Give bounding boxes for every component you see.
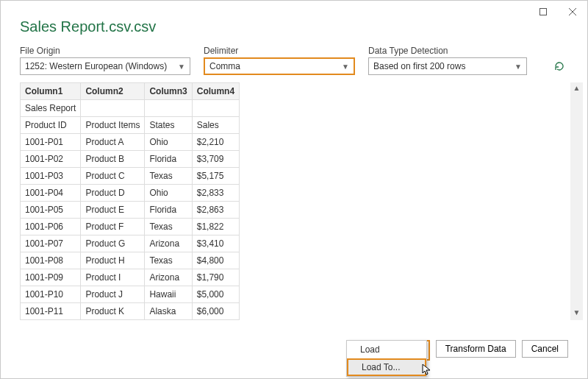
table-cell: $2,210 — [192, 134, 239, 151]
preview-table: Column1Column2Column3Column4 Sales Repor… — [20, 82, 240, 320]
table-row: 1001-P07Product GArizona$3,410 — [21, 235, 240, 252]
data-type-value: Based on first 200 rows — [373, 61, 465, 71]
table-row: 1001-P01Product AOhio$2,210 — [21, 134, 240, 151]
table-row: 1001-P08Product HTexas$4,800 — [21, 252, 240, 269]
table-cell: Product G — [81, 235, 145, 252]
dialog-title: Sales Report.csv.csv — [20, 18, 568, 35]
data-type-label: Data Type Detection — [368, 46, 527, 56]
table-cell: $1,822 — [192, 219, 239, 235]
cancel-button[interactable]: Cancel — [522, 340, 568, 358]
table-cell: 1001-P07 — [21, 235, 81, 252]
table-row: 1001-P09Product IArizona$1,790 — [21, 269, 240, 286]
table-cell: Product H — [81, 252, 145, 269]
table-cell: 1001-P06 — [21, 219, 81, 235]
table-cell: Ohio — [145, 185, 192, 202]
maximize-icon — [539, 8, 547, 15]
refresh-button[interactable] — [551, 57, 568, 75]
table-cell: 1001-P02 — [21, 151, 81, 168]
table-cell: Sales Report — [21, 100, 81, 117]
table-cell: 1001-P11 — [21, 303, 81, 320]
file-origin-value: 1252: Western European (Windows) — [25, 61, 167, 71]
footer-buttons: Load ▼ Transform Data Cancel — [1, 328, 587, 378]
table-cell: $4,800 — [192, 252, 239, 269]
table-cell: $5,000 — [192, 286, 239, 303]
scroll-up-icon[interactable]: ▲ — [573, 84, 581, 94]
file-origin-label: File Origin — [20, 46, 190, 56]
table-cell: Product C — [81, 168, 145, 185]
column-header[interactable]: Column3 — [145, 83, 192, 100]
delimiter-value: Comma — [209, 61, 240, 71]
table-cell: 1001-P03 — [21, 168, 81, 185]
table-cell: $1,790 — [192, 269, 239, 286]
table-cell: 1001-P09 — [21, 269, 81, 286]
table-cell: Florida — [145, 202, 192, 219]
data-type-select[interactable]: Based on first 200 rows ▼ — [368, 57, 527, 75]
table-cell: Product J — [81, 286, 145, 303]
delimiter-label: Delimiter — [204, 46, 355, 56]
table-cell: Texas — [145, 252, 192, 269]
table-row: 1001-P04Product DOhio$2,833 — [21, 185, 240, 202]
scroll-down-icon[interactable]: ▼ — [573, 308, 581, 319]
table-cell: Product F — [81, 219, 145, 235]
table-cell: $2,833 — [192, 185, 239, 202]
transform-data-button[interactable]: Transform Data — [436, 340, 516, 358]
dialog-window: Sales Report.csv.csv File Origin 1252: W… — [0, 0, 588, 379]
table-cell: Product E — [81, 202, 145, 219]
table-row: Product IDProduct ItemsStatesSales — [21, 117, 240, 134]
table-cell: Product I — [81, 269, 145, 286]
table-cell: Product D — [81, 185, 145, 202]
table-row: 1001-P02Product BFlorida$3,709 — [21, 151, 240, 168]
menu-item-load-to-label: Load To... — [362, 362, 401, 372]
load-dropdown-menu: Load Load To... — [346, 340, 427, 377]
column-header[interactable]: Column4 — [192, 83, 239, 100]
table-cell: Alaska — [145, 303, 192, 320]
maximize-button[interactable] — [528, 1, 558, 23]
file-origin-select[interactable]: 1252: Western European (Windows) ▼ — [20, 57, 190, 75]
table-cell: 1001-P04 — [21, 185, 81, 202]
chevron-down-icon: ▼ — [514, 63, 522, 71]
table-cell: Product A — [81, 134, 145, 151]
column-header[interactable]: Column1 — [21, 83, 81, 100]
table-cell: $5,175 — [192, 168, 239, 185]
preview-grid-wrap: Column1Column2Column3Column4 Sales Repor… — [20, 82, 568, 320]
table-row: Sales Report — [21, 100, 240, 117]
table-cell: 1001-P01 — [21, 134, 81, 151]
table-cell: Arizona — [145, 235, 192, 252]
table-cell: $3,410 — [192, 235, 239, 252]
table-cell: Hawaii — [145, 286, 192, 303]
table-row: 1001-P11Product KAlaska$6,000 — [21, 303, 240, 320]
table-cell: $6,000 — [192, 303, 239, 320]
table-row: 1001-P05Product EFlorida$2,863 — [21, 202, 240, 219]
close-button[interactable] — [558, 1, 587, 23]
table-cell: 1001-P05 — [21, 202, 81, 219]
vertical-scrollbar[interactable]: ▲ ▼ — [570, 82, 583, 320]
table-cell: 1001-P10 — [21, 286, 81, 303]
table-row: 1001-P03Product CTexas$5,175 — [21, 168, 240, 185]
table-cell: $2,863 — [192, 202, 239, 219]
chevron-down-icon: ▼ — [178, 63, 185, 71]
table-cell — [145, 100, 192, 117]
menu-item-load[interactable]: Load — [347, 341, 426, 358]
table-cell — [192, 100, 239, 117]
table-cell: Texas — [145, 168, 192, 185]
table-cell: Product Items — [81, 117, 145, 134]
table-cell: Product K — [81, 303, 145, 320]
table-cell: Texas — [145, 219, 192, 235]
table-row: 1001-P06Product FTexas$1,822 — [21, 219, 240, 235]
delimiter-select[interactable]: Comma ▼ — [204, 57, 355, 75]
table-cell — [81, 100, 145, 117]
close-icon — [569, 8, 576, 15]
column-header[interactable]: Column2 — [81, 83, 145, 100]
table-row: 1001-P10Product JHawaii$5,000 — [21, 286, 240, 303]
menu-item-load-to[interactable]: Load To... — [347, 358, 426, 376]
table-cell: Sales — [192, 117, 239, 134]
chevron-down-icon: ▼ — [342, 63, 349, 71]
table-cell: Florida — [145, 151, 192, 168]
table-cell: Product ID — [21, 117, 81, 134]
svg-rect-0 — [540, 9, 547, 15]
refresh-icon — [553, 60, 565, 72]
options-row: File Origin 1252: Western European (Wind… — [20, 46, 568, 75]
table-cell: Arizona — [145, 269, 192, 286]
table-cell: States — [145, 117, 192, 134]
table-cell: $3,709 — [192, 151, 239, 168]
